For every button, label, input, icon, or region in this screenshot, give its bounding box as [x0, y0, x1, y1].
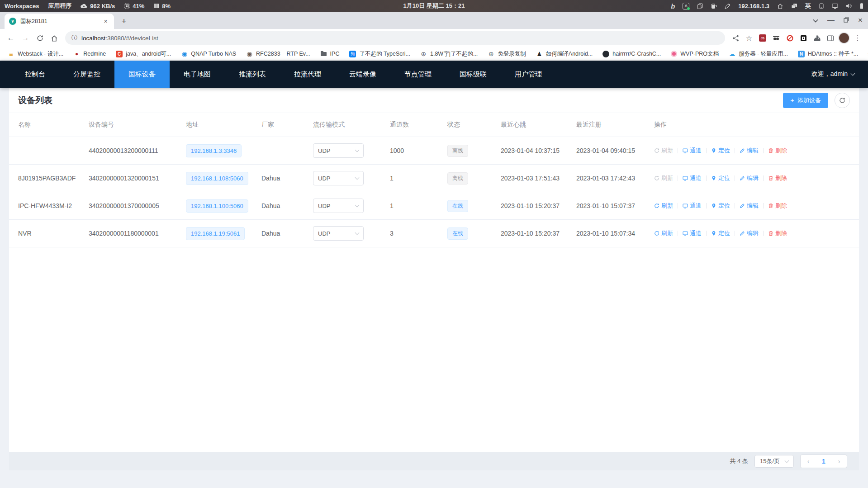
nav-item-7[interactable]: 云端录像 — [335, 61, 390, 88]
bookmark-item[interactable]: java、android可... — [111, 48, 176, 59]
privacy-extension-icon[interactable] — [770, 32, 782, 44]
bookmark-star-icon[interactable]: ☆ — [743, 32, 755, 44]
window-close-button[interactable]: × — [858, 16, 863, 25]
channel-action[interactable]: 通道 — [683, 147, 702, 155]
channel-action[interactable]: 通道 — [683, 174, 702, 182]
bookmark-item[interactable]: 了不起的 TypeScri... — [344, 48, 415, 59]
bookmark-item[interactable]: Redmine — [68, 48, 111, 59]
js-extension-icon[interactable]: JS — [757, 32, 768, 44]
delete-action[interactable]: 删除 — [768, 202, 787, 210]
bookmark-item[interactable]: 服务器 - 轻量应用... — [724, 48, 793, 59]
network-indicator[interactable]: 962 KB/s — [81, 3, 115, 9]
nav-item-6[interactable]: 拉流代理 — [280, 61, 335, 88]
display-icon[interactable] — [832, 3, 838, 9]
memory-indicator[interactable]: 8% — [153, 3, 171, 9]
stream-mode-select[interactable]: UDP — [313, 143, 364, 158]
nav-item-10[interactable]: 用户管理 — [501, 61, 556, 88]
bookmark-item[interactable]: 1.8W字|了不起的... — [415, 48, 483, 59]
bookmark-item[interactable]: Webstack - 设计... — [3, 48, 68, 59]
camera-extension-icon[interactable] — [797, 32, 809, 44]
new-tab-button[interactable]: + — [118, 15, 130, 28]
input-method-indicator[interactable]: 英 — [805, 2, 811, 10]
battery-icon[interactable] — [860, 3, 863, 9]
address-bar[interactable]: ⓘ localhost:38080/#/deviceList — [65, 31, 725, 45]
address-tag[interactable]: 192.168.1.108:5060 — [186, 172, 248, 185]
page-size-select[interactable]: 15条/页 — [754, 455, 794, 468]
refresh-list-button[interactable] — [835, 93, 850, 108]
window-switcher-icon[interactable] — [791, 3, 797, 9]
nav-item-3[interactable]: 国标设备 — [114, 61, 170, 88]
bookmark-item[interactable]: 免登录复制 — [483, 48, 531, 59]
phone-icon[interactable] — [819, 3, 824, 9]
nav-item-8[interactable]: 节点管理 — [390, 61, 446, 88]
bookmark-item[interactable]: RFC2833 – RTP Ev... — [241, 48, 315, 59]
next-page-button[interactable]: › — [831, 458, 847, 465]
back-button[interactable]: ← — [5, 32, 17, 44]
edit-action[interactable]: 编辑 — [740, 174, 759, 182]
edit-action[interactable]: 编辑 — [740, 147, 759, 155]
nav-item-2[interactable]: 分屏监控 — [59, 61, 114, 88]
refresh-action[interactable]: 刷新 — [654, 229, 673, 237]
blocker-extension-icon[interactable] — [784, 32, 796, 44]
browser-menu-icon[interactable]: ⋮ — [852, 32, 863, 44]
tab-close-icon[interactable]: × — [102, 18, 109, 25]
stream-mode-select[interactable]: UDP — [313, 226, 364, 241]
window-restore-button[interactable] — [844, 16, 849, 24]
bookmark-item[interactable]: QNAP Turbo NAS — [176, 48, 241, 59]
home-icon[interactable] — [777, 3, 783, 9]
bookmarks-overflow-chevron[interactable]: » — [863, 50, 868, 58]
share-icon[interactable] — [730, 32, 741, 44]
profile-avatar[interactable] — [838, 32, 850, 44]
user-menu[interactable]: 欢迎，admin — [811, 61, 854, 88]
address-tag[interactable]: 192.168.1.3:3346 — [186, 144, 242, 157]
bookmark-item[interactable]: 如何编译Android... — [531, 48, 598, 59]
nav-item-4[interactable]: 电子地图 — [170, 61, 225, 88]
color-picker-icon[interactable] — [725, 3, 730, 9]
nav-item-5[interactable]: 推流列表 — [225, 61, 280, 88]
bookmark-item[interactable]: IPC — [315, 48, 345, 59]
locate-action[interactable]: 定位 — [711, 202, 730, 210]
bookmark-item[interactable]: WVP-PRO文档 — [666, 48, 724, 59]
window-minimize-button[interactable]: — — [827, 16, 835, 24]
refresh-action[interactable]: 刷新 — [654, 202, 673, 210]
edit-action[interactable]: 编辑 — [740, 202, 759, 210]
side-panel-icon[interactable] — [825, 32, 836, 44]
extensions-puzzle-icon[interactable] — [811, 32, 823, 44]
applications-button[interactable]: 应用程序 — [48, 2, 71, 10]
screenshot-tool-icon[interactable]: A — [683, 3, 689, 9]
ip-address-indicator[interactable]: 192.168.1.3 — [738, 3, 769, 9]
address-tag[interactable]: 192.168.1.100:5060 — [186, 199, 248, 213]
clock[interactable]: 1月10日 星期二 15：21 — [403, 2, 465, 10]
browser-tab[interactable]: ∨ 国标28181 × — [5, 14, 114, 29]
coffee-icon[interactable] — [711, 3, 717, 9]
bookmark-item[interactable]: hairrrrr/C-CrashC... — [598, 48, 666, 59]
address-tag[interactable]: 192.168.1.19:5061 — [186, 227, 245, 240]
browser-home-button[interactable] — [48, 32, 61, 44]
bing-icon[interactable]: b — [671, 2, 675, 10]
delete-action[interactable]: 删除 — [768, 147, 787, 155]
locate-action[interactable]: 定位 — [711, 229, 730, 237]
delete-action[interactable]: 删除 — [768, 174, 787, 182]
clipboard-icon[interactable] — [697, 3, 703, 9]
locate-action[interactable]: 定位 — [711, 147, 730, 155]
stream-mode-select[interactable]: UDP — [313, 199, 364, 213]
prev-page-button[interactable]: ‹ — [801, 458, 816, 465]
nav-item-1[interactable]: 控制台 — [11, 61, 59, 88]
cpu-indicator[interactable]: 41% — [124, 3, 144, 9]
current-page[interactable]: 1 — [816, 458, 831, 465]
channel-action[interactable]: 通道 — [683, 202, 702, 210]
workspaces-button[interactable]: Workspaces — [5, 3, 39, 9]
volume-icon[interactable] — [846, 3, 852, 9]
edit-action[interactable]: 编辑 — [740, 229, 759, 237]
add-device-button[interactable]: + 添加设备 — [783, 93, 828, 108]
locate-action[interactable]: 定位 — [711, 174, 730, 182]
site-info-icon[interactable]: ⓘ — [71, 34, 77, 42]
reload-button[interactable] — [33, 32, 46, 44]
nav-item-9[interactable]: 国标级联 — [446, 61, 501, 88]
delete-action[interactable]: 删除 — [768, 229, 787, 237]
channel-action[interactable]: 通道 — [683, 229, 702, 237]
bookmark-item[interactable]: HDAtmos :: 种子 *... — [793, 48, 863, 59]
stream-mode-select[interactable]: UDP — [313, 171, 364, 185]
forward-button[interactable]: → — [19, 32, 32, 44]
tab-search-icon[interactable] — [813, 16, 818, 24]
